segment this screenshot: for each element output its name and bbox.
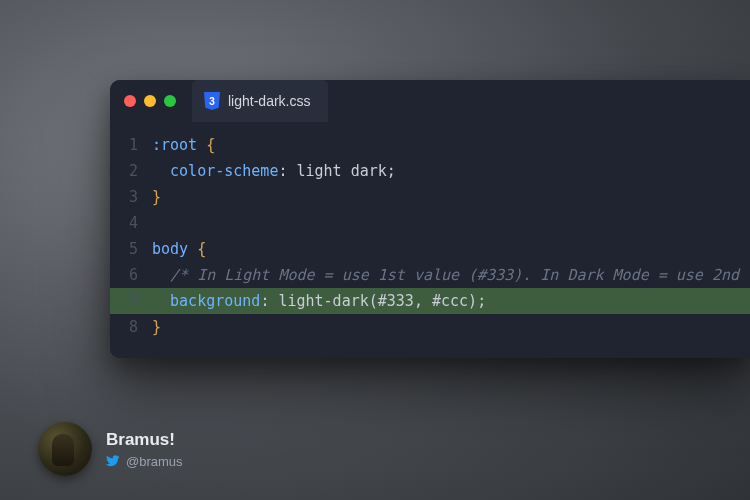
css-file-icon: [204, 92, 220, 110]
line-number: 6: [110, 262, 152, 288]
code-line[interactable]: 6 /* In Light Mode = use 1st value (#333…: [110, 262, 750, 288]
close-icon[interactable]: [124, 95, 136, 107]
line-number: 7: [110, 288, 152, 314]
zoom-icon[interactable]: [164, 95, 176, 107]
editor-window: light-dark.css 1:root {2 color-scheme: l…: [110, 80, 750, 358]
window-titlebar: light-dark.css: [110, 80, 750, 122]
author-handle-text: @bramus: [126, 454, 183, 469]
code-content: }: [152, 184, 171, 210]
author-attribution: Bramus! @bramus: [38, 422, 183, 476]
author-handle[interactable]: @bramus: [106, 454, 183, 469]
code-editor[interactable]: 1:root {2 color-scheme: light dark;3}45b…: [110, 122, 750, 358]
code-content: }: [152, 314, 171, 340]
code-content: background: light-dark(#333, #ccc);: [152, 288, 496, 314]
code-line[interactable]: 1:root {: [110, 132, 750, 158]
author-name: Bramus!: [106, 430, 183, 450]
line-number: 8: [110, 314, 152, 340]
line-number: 2: [110, 158, 152, 184]
code-line[interactable]: 7 background: light-dark(#333, #ccc);: [110, 288, 750, 314]
code-content: :root {: [152, 132, 225, 158]
code-line[interactable]: 8}: [110, 314, 750, 340]
line-number: 5: [110, 236, 152, 262]
line-number: 1: [110, 132, 152, 158]
code-line[interactable]: 4: [110, 210, 750, 236]
window-controls: [124, 95, 176, 107]
tab-filename: light-dark.css: [228, 93, 310, 109]
code-line[interactable]: 3}: [110, 184, 750, 210]
avatar: [38, 422, 92, 476]
file-tab[interactable]: light-dark.css: [192, 80, 328, 122]
line-number: 3: [110, 184, 152, 210]
twitter-icon: [106, 454, 120, 468]
line-number: 4: [110, 210, 152, 236]
code-content: /* In Light Mode = use 1st value (#333).…: [152, 262, 749, 288]
code-content: [152, 210, 162, 236]
code-line[interactable]: 5body {: [110, 236, 750, 262]
code-content: color-scheme: light dark;: [152, 158, 406, 184]
code-line[interactable]: 2 color-scheme: light dark;: [110, 158, 750, 184]
code-content: body {: [152, 236, 216, 262]
minimize-icon[interactable]: [144, 95, 156, 107]
